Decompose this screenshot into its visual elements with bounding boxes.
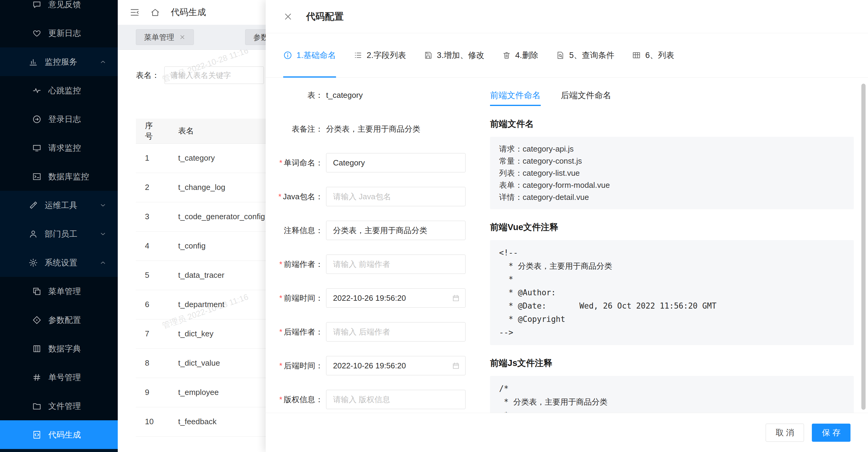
calendar-icon[interactable] — [452, 294, 460, 302]
required-asterisk: * — [279, 395, 282, 404]
naming-preview-panel: 前端文件命名 后端文件命名 前端文件名 请求：category-api.js 常… — [490, 78, 854, 413]
sidebar-item-request-monitor[interactable]: 请求监控 — [0, 133, 118, 162]
sidebar-item-label: 参数配置 — [48, 314, 107, 326]
sidebar-item-feedback[interactable]: 意见反馈 — [0, 0, 118, 19]
person-icon — [28, 229, 38, 239]
form-row-java-package: *Java包名： — [266, 187, 477, 206]
form-row-word-name: *单词命名： — [266, 153, 477, 172]
frontend-author-input[interactable] — [326, 254, 466, 274]
menu-fold-icon[interactable] — [130, 7, 140, 17]
field-label: 注释信息： — [266, 225, 323, 236]
sidebar-item-login-log[interactable]: 登录日志 — [0, 105, 118, 133]
column-header-index: 序号 — [136, 119, 169, 144]
step-field-list[interactable]: 2.字段列表 — [353, 33, 406, 77]
save-button[interactable]: 保 存 — [812, 424, 850, 442]
code-line: * 分类表，主要用于商品分类 — [499, 259, 845, 273]
sidebar-group-ops-tools[interactable]: 运维工具 — [0, 191, 118, 219]
info-circle-icon — [283, 51, 292, 60]
step-list[interactable]: 6、列表 — [632, 33, 674, 77]
grid-table-icon — [632, 51, 641, 60]
copy-icon — [32, 287, 42, 296]
frontend-file-names-box: 请求：category-api.js 常量：category-const.js … — [490, 137, 854, 209]
preview-tabs: 前端文件命名 后端文件命名 — [490, 90, 854, 106]
file-name-line: 列表：category-list.vue — [499, 167, 845, 179]
sidebar-item-label: 数据字典 — [48, 343, 107, 354]
java-package-input[interactable] — [326, 187, 466, 206]
drawer-footer: 取 消 保 存 — [266, 413, 868, 452]
home-icon[interactable] — [150, 7, 160, 17]
cancel-button[interactable]: 取 消 — [766, 424, 804, 442]
field-label: *后端时间： — [266, 361, 323, 371]
sidebar: 意见反馈 更新日志 监控服务 心跳监控 登录日志 请求监控 — [0, 0, 118, 452]
field-label: *版权信息： — [266, 394, 323, 405]
form-row-backend-time: *后端时间： — [266, 356, 477, 375]
scrollbar-thumb[interactable] — [861, 84, 866, 410]
comment-info-input[interactable] — [326, 221, 466, 240]
step-label: 4.删除 — [515, 50, 538, 61]
file-name-line: 常量：category-const.js — [499, 155, 845, 167]
required-asterisk: * — [279, 361, 282, 370]
step-add-modify[interactable]: 3.增加、修改 — [424, 33, 485, 77]
chevron-down-icon — [99, 230, 107, 238]
backend-time-input[interactable] — [326, 356, 466, 375]
step-delete[interactable]: 4.删除 — [502, 33, 538, 77]
step-label: 1.基础命名 — [297, 50, 336, 61]
file-name-line: 详情：category-detail.vue — [499, 191, 845, 203]
step-basic-naming[interactable]: 1.基础命名 — [283, 33, 336, 77]
frontend-time-input[interactable] — [326, 288, 466, 308]
step-label: 2.字段列表 — [367, 50, 406, 61]
field-label: *Java包名： — [266, 191, 323, 202]
vue-comment-box: <!-- * 分类表，主要用于商品分类 * * @Author: * @Date… — [490, 240, 854, 345]
tab-backend-file-naming[interactable]: 后端文件命名 — [561, 90, 611, 106]
form-row-copyright: *版权信息： — [266, 390, 477, 409]
sidebar-item-file-manage[interactable]: 文件管理 — [0, 392, 118, 420]
diamond-icon — [32, 315, 42, 325]
sidebar-group-department-staff[interactable]: 部门员工 — [0, 219, 118, 248]
file-name-line: 请求：category-api.js — [499, 143, 845, 155]
sidebar-item-heartbeat-monitor[interactable]: 心跳监控 — [0, 76, 118, 105]
folder-icon — [32, 401, 42, 411]
file-search-icon — [556, 51, 565, 60]
sidebar-item-database-monitor[interactable]: 数据库监控 — [0, 162, 118, 191]
code-line: /* — [499, 382, 845, 395]
chevron-up-icon — [99, 259, 107, 267]
basic-naming-form: 表： t_category 表备注： 分类表，主要用于商品分类 *单词命名： *… — [266, 86, 477, 413]
wrench-icon — [28, 201, 38, 210]
calendar-icon[interactable] — [452, 361, 460, 370]
sidebar-group-monitor-service[interactable]: 监控服务 — [0, 48, 118, 76]
word-name-input[interactable] — [326, 153, 466, 172]
sidebar-item-serial-manage[interactable]: 单号管理 — [0, 363, 118, 392]
field-label: *前端时间： — [266, 293, 323, 303]
sidebar-group-system-settings[interactable]: 系统设置 — [0, 248, 118, 277]
sidebar-item-param-config[interactable]: 参数配置 — [0, 306, 118, 334]
form-row-frontend-author: *前端作者： — [266, 254, 477, 274]
form-row-backend-author: *后端作者： — [266, 322, 477, 341]
sidebar-item-menu-manage[interactable]: 菜单管理 — [0, 277, 118, 306]
form-row-table-comment: 表备注： 分类表，主要用于商品分类 — [266, 119, 477, 139]
close-tab-icon[interactable] — [179, 34, 186, 40]
heart-icon — [32, 28, 42, 38]
code-line: * — [499, 273, 845, 286]
dictionary-icon — [32, 344, 42, 354]
required-asterisk: * — [279, 327, 282, 336]
sidebar-item-label: 意见反馈 — [48, 0, 107, 10]
required-asterisk: * — [279, 260, 282, 269]
sidebar-item-data-dict[interactable]: 数据字典 — [0, 334, 118, 363]
copyright-input[interactable] — [326, 390, 466, 409]
backend-author-input[interactable] — [326, 322, 466, 341]
js-comment-box: /* * 分类表，主要用于商品分类 * * @Author: — [490, 376, 854, 413]
code-line: * — [499, 409, 845, 413]
sidebar-item-label: 菜单管理 — [48, 286, 107, 297]
sidebar-item-code-gen[interactable]: 代码生成 — [0, 420, 118, 449]
tab-frontend-file-naming[interactable]: 前端文件命名 — [490, 90, 541, 106]
page-tab-menu-manage[interactable]: 菜单管理 — [136, 29, 194, 45]
table-name-filter-input[interactable] — [164, 66, 264, 84]
page-title: 代码生成 — [171, 6, 206, 19]
step-query-condition[interactable]: 5、查询条件 — [556, 33, 614, 77]
save-disk-icon — [424, 51, 433, 60]
sidebar-item-changelog[interactable]: 更新日志 — [0, 19, 118, 48]
field-label: *单词命名： — [266, 158, 323, 168]
close-icon[interactable] — [283, 12, 293, 22]
form-row-table: 表： t_category — [266, 86, 477, 105]
code-line: * 分类表，主要用于商品分类 — [499, 395, 845, 409]
